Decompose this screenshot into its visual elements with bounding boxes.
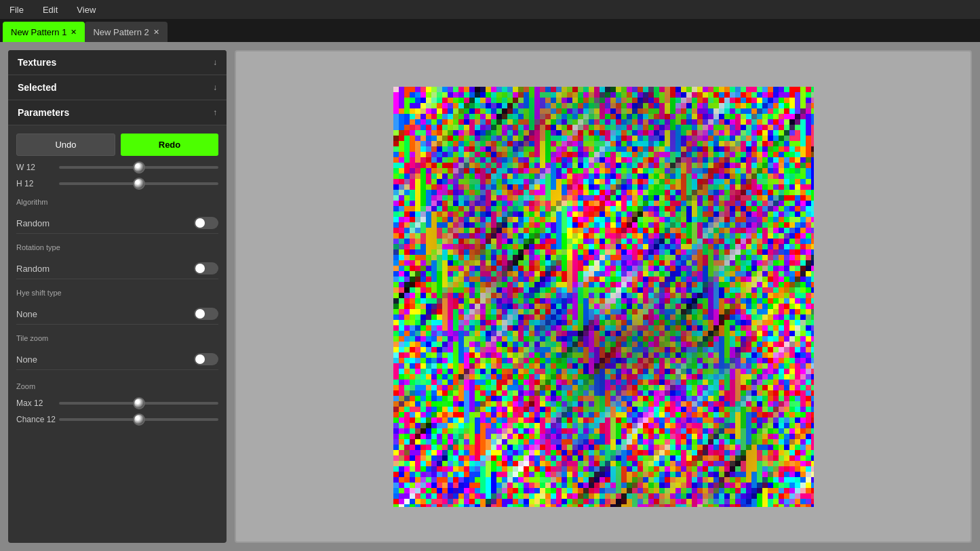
hye-shift-section-label: Hye shift type	[16, 289, 218, 297]
parameters-label: Parameters	[18, 107, 69, 118]
textures-collapse-icon[interactable]: ↓	[213, 58, 217, 67]
hye-shift-value: None	[16, 309, 37, 319]
w-slider[interactable]	[59, 166, 218, 169]
canvas-area	[235, 50, 972, 543]
hye-shift-toggle-knob	[195, 309, 205, 319]
tab-new-pattern-2[interactable]: New Pattern 2 ✕	[85, 22, 167, 42]
menu-edit[interactable]: Edit	[39, 3, 62, 16]
menu-bar: File Edit View	[0, 0, 980, 19]
tile-zoom-value: None	[16, 354, 37, 365]
textures-label: Textures	[18, 57, 56, 68]
tab-bar: New Pattern 1 ✕ New Pattern 2 ✕	[0, 19, 980, 42]
panel-content: Undo Redo W 12 H 12 Algorithm Random	[8, 125, 227, 543]
rotation-type-toggle-knob	[195, 264, 205, 273]
tab-new-pattern-1[interactable]: New Pattern 1 ✕	[3, 22, 85, 42]
textures-section-header[interactable]: Textures ↓	[8, 50, 227, 75]
chance-label: Chance 12	[16, 415, 54, 424]
tile-zoom-section-label: Tile zoom	[16, 334, 218, 342]
zoom-section-label: Zoom	[16, 382, 218, 390]
hye-shift-toggle[interactable]	[194, 308, 218, 320]
max-slider[interactable]	[59, 402, 218, 405]
parameters-collapse-icon[interactable]: ↑	[213, 108, 217, 117]
menu-view[interactable]: View	[73, 3, 100, 16]
rotation-type-toggle-row: Random	[16, 258, 218, 279]
tab-close-2[interactable]: ✕	[153, 28, 159, 37]
rotation-type-value: Random	[16, 264, 50, 274]
hye-shift-toggle-row: None	[16, 304, 218, 325]
h-slider[interactable]	[59, 182, 218, 185]
algorithm-section-label: Algorithm	[16, 198, 218, 206]
w-slider-row: W 12	[16, 163, 218, 172]
max-label: Max 12	[16, 399, 54, 408]
redo-button[interactable]: Redo	[121, 134, 218, 156]
selected-section-header[interactable]: Selected ↓	[8, 75, 227, 100]
tab-label-2: New Pattern 2	[93, 27, 149, 37]
tile-zoom-toggle-row: None	[16, 349, 218, 370]
algorithm-toggle[interactable]	[194, 217, 218, 229]
tab-close-1[interactable]: ✕	[71, 28, 77, 37]
tile-zoom-toggle[interactable]	[194, 353, 218, 365]
chance-slider-row: Chance 12	[16, 415, 218, 424]
max-slider-row: Max 12	[16, 399, 218, 408]
tab-label-1: New Pattern 1	[11, 27, 66, 37]
algorithm-value: Random	[16, 218, 50, 228]
algorithm-toggle-knob	[195, 218, 205, 228]
left-panel: Textures ↓ Selected ↓ Parameters ↑ Undo …	[8, 50, 227, 543]
algorithm-toggle-row: Random	[16, 213, 218, 234]
main-layout: Textures ↓ Selected ↓ Parameters ↑ Undo …	[0, 42, 980, 551]
undo-redo-row: Undo Redo	[16, 134, 218, 156]
parameters-section-header[interactable]: Parameters ↑	[8, 100, 227, 125]
h-slider-row: H 12	[16, 179, 218, 188]
menu-file[interactable]: File	[5, 3, 28, 16]
undo-button[interactable]: Undo	[16, 134, 115, 156]
selected-collapse-icon[interactable]: ↓	[213, 83, 217, 92]
h-label: H 12	[16, 179, 54, 188]
pattern-canvas	[393, 87, 814, 507]
rotation-type-section-label: Rotation type	[16, 243, 218, 251]
chance-slider[interactable]	[59, 418, 218, 421]
selected-label: Selected	[18, 82, 57, 93]
tile-zoom-toggle-knob	[195, 354, 205, 364]
w-label: W 12	[16, 163, 54, 172]
rotation-type-toggle[interactable]	[194, 262, 218, 274]
pattern-canvas-element	[393, 87, 814, 507]
